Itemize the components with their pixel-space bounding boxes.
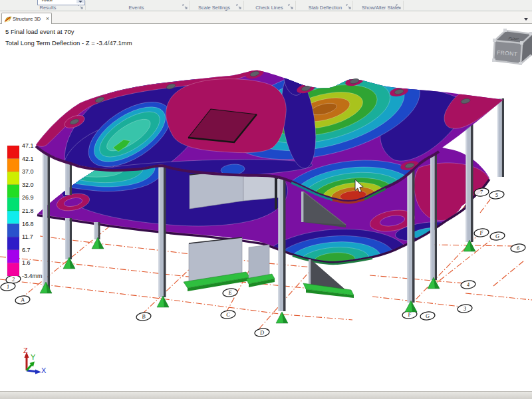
- legend-color-block: [7, 237, 19, 250]
- wall-lower-mid: [246, 245, 275, 287]
- dialog-launcher-icon[interactable]: [346, 4, 351, 9]
- legend-value-label: 47.1: [22, 142, 34, 149]
- grid-bubble-label: G: [495, 232, 499, 239]
- grid-bubble-6: 6: [510, 243, 525, 253]
- tab-list-dropdown-icon[interactable]: [524, 18, 528, 23]
- tab-label: Structure 3D: [13, 16, 41, 22]
- column: [430, 152, 437, 280]
- grid-bubble-3: 3: [457, 304, 472, 314]
- view-cube[interactable]: FRONT TOP: [492, 29, 532, 65]
- legend-value-label: -3.4mm: [22, 273, 43, 279]
- tab-structure-3d[interactable]: Structure 3D ×: [1, 13, 52, 25]
- status-bar: [0, 391, 532, 399]
- tab-close-icon[interactable]: ×: [46, 15, 49, 22]
- grid-bubble-1: 1: [0, 282, 15, 292]
- legend-value-label: 32.0: [22, 182, 34, 188]
- dialog-launcher-icon[interactable]: [182, 4, 188, 9]
- deflection-range-text: Total Long Term Deflection - Z = -3.4/47…: [5, 39, 132, 47]
- grid-bubble-G: G: [420, 311, 435, 321]
- ribbon-group-events: Events: [129, 5, 144, 11]
- legend-color-block: [7, 159, 19, 172]
- legend-value-label: 6.7: [22, 247, 31, 253]
- z-axis-label: Z: [23, 346, 28, 354]
- legend-color-block: [7, 250, 19, 263]
- grid-bubble-D: D: [254, 328, 269, 338]
- legend-color-block: [7, 185, 19, 198]
- ribbon-group-separator: [189, 1, 190, 10]
- legend-color-block: [7, 211, 19, 224]
- ribbon-group-separator: [352, 1, 353, 10]
- legend-value-label: 26.9: [22, 194, 34, 201]
- wall-lower-left: [184, 237, 250, 291]
- column: [497, 98, 504, 177]
- legend-value-label: 37.0: [22, 168, 34, 175]
- ribbon-group-show-alter-state: Show/Alter State: [362, 5, 399, 11]
- load-event-text: 5 Final load event at 70y: [5, 28, 74, 35]
- ribbon-group-check-lines: Check Lines: [255, 5, 283, 11]
- structure-3d-tab-icon: [4, 15, 12, 23]
- grid-bubble-B: B: [136, 312, 151, 322]
- results-combo[interactable]: Total: [37, 0, 85, 5]
- ribbon-group-separator: [85, 1, 86, 10]
- grid-bubble-label: G: [425, 312, 430, 319]
- application-window: ResultsEventsScale SettingsCheck LinesSl…: [0, 0, 532, 399]
- legend-value-label: 11.7: [22, 233, 33, 240]
- column: [159, 164, 166, 297]
- ribbon: ResultsEventsScale SettingsCheck LinesSl…: [0, 0, 532, 11]
- ribbon-group-scale-settings: Scale Settings: [198, 5, 230, 11]
- column: [466, 124, 473, 242]
- column: [408, 169, 415, 303]
- legend-color-block: [7, 224, 19, 237]
- axis-triad: Z X Y: [23, 346, 47, 374]
- tab-bar: Structure 3D ×: [0, 11, 532, 24]
- wall-lower-right-dark: [303, 259, 354, 298]
- grid-bubble-A: A: [15, 295, 30, 305]
- column: [94, 222, 100, 239]
- ribbon-group-separator: [243, 1, 244, 10]
- grid-bubble-C: C: [220, 310, 235, 320]
- dialog-launcher-icon[interactable]: [288, 4, 293, 9]
- structure-3d-scene[interactable]: 21ABCDEFG346FG75: [0, 24, 532, 391]
- dialog-launcher-icon[interactable]: [236, 4, 241, 9]
- legend-color-block: [7, 172, 19, 185]
- y-axis-label: Y: [31, 353, 36, 361]
- grid-bubble-5: 5: [489, 190, 504, 200]
- column: [65, 218, 72, 259]
- legend-color-block: [7, 146, 19, 159]
- grid-bubble-4: 4: [460, 280, 475, 290]
- legend-value-label: 16.8: [22, 221, 34, 227]
- legend-value-label: 1.6: [22, 259, 31, 266]
- legend-value-label: 21.8: [22, 207, 34, 214]
- legend-color-block: [7, 263, 19, 276]
- legend-color-block: [7, 198, 19, 211]
- ribbon-group-slab-deflection: Slab Deflection: [309, 5, 342, 11]
- model-viewport[interactable]: 21ABCDEFG346FG75: [0, 24, 532, 391]
- x-axis-label: X: [41, 366, 47, 374]
- chevron-down-icon[interactable]: [76, 0, 84, 3]
- column: [279, 175, 286, 311]
- legend-value-label: 42.1: [22, 156, 34, 162]
- dialog-launcher-icon[interactable]: [396, 4, 401, 9]
- column: [43, 149, 50, 293]
- ribbon-group-separator: [403, 1, 404, 10]
- ribbon-group-separator: [295, 1, 296, 10]
- grid-bubble-F: F: [473, 228, 489, 238]
- grid-bubble-G: G: [489, 231, 505, 241]
- results-combo-value: Total: [41, 0, 53, 3]
